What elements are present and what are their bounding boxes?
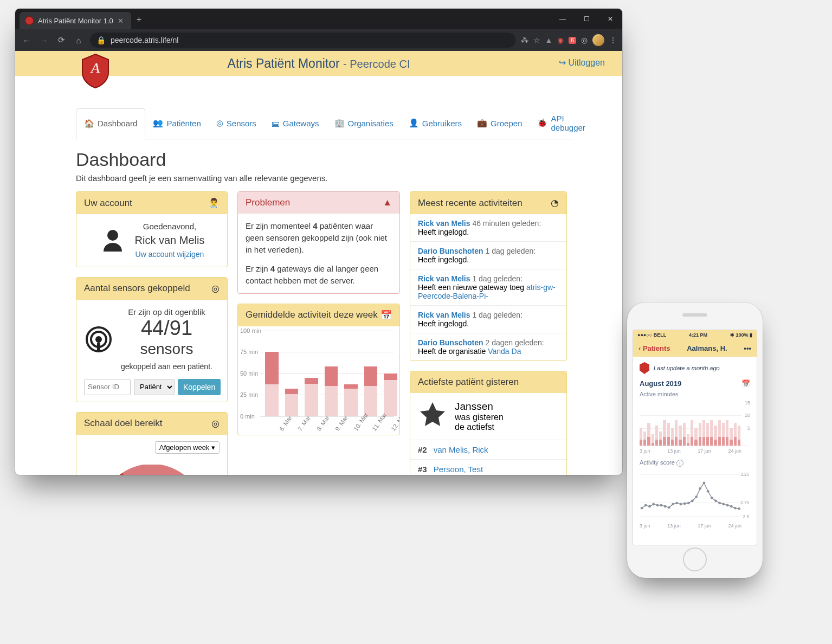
- active-minutes-label: Active minutes: [640, 391, 750, 397]
- close-window-button[interactable]: ✕: [598, 9, 622, 29]
- phone-nav-bar: ‹ Patients Aalmans, H. •••: [633, 339, 757, 357]
- greeting: Goedenavond,: [135, 221, 205, 233]
- tab-favicon: [25, 16, 34, 25]
- koppelen-button[interactable]: Koppelen: [178, 379, 221, 395]
- new-tab-button[interactable]: +: [137, 15, 141, 24]
- doctor-icon: 👨‍⚕️: [208, 197, 220, 209]
- activity-item: Rick van Melis 1 dag geleden:Heeft een n…: [410, 269, 566, 305]
- phone-mockup: ●●●○○ BELL 4:21 PM ✱ 100% ▮ ‹ Patients A…: [627, 302, 763, 578]
- profile-avatar[interactable]: [592, 34, 604, 46]
- rank-top-name: Janssen: [455, 401, 504, 413]
- panel-account: Uw account👨‍⚕️ Goedenavond, Rick van Mel…: [76, 191, 228, 267]
- goal-period-dropdown[interactable]: Afgelopen week ▾: [155, 441, 220, 454]
- calendar-icon[interactable]: 📅: [741, 379, 750, 388]
- browser-tab[interactable]: Atris Patiënt Monitor 1.0 ✕: [20, 12, 131, 29]
- briefcase-icon: 💼: [477, 118, 487, 128]
- tab-title: Atris Patiënt Monitor 1.0: [38, 17, 113, 25]
- app-logo: A: [80, 53, 111, 89]
- svg-point-18: [648, 505, 651, 507]
- maximize-button[interactable]: ☐: [575, 9, 598, 29]
- activity-score-chart: 3.252.752.5: [640, 469, 750, 521]
- rank-item[interactable]: #2van Melis, Rick: [410, 440, 566, 459]
- svg-point-36: [718, 501, 721, 504]
- ext-red-icon[interactable]: ◉: [557, 36, 564, 44]
- svg-point-28: [687, 501, 690, 504]
- svg-point-34: [711, 497, 713, 499]
- phone-back-button[interactable]: ‹ Patients: [638, 344, 670, 352]
- rank-item[interactable]: #3Persoon, Test: [410, 459, 566, 475]
- tab-dashboard[interactable]: 🏠Dashboard: [76, 108, 145, 139]
- svg-point-33: [707, 490, 710, 492]
- panel-goal: Schaal doel bereikt◎ Afgelopen week ▾ Ne…: [76, 412, 228, 475]
- user-icon: 👤: [409, 118, 419, 128]
- svg-point-35: [714, 499, 717, 502]
- phone-more-icon[interactable]: •••: [744, 344, 751, 352]
- url-text: peercode.atris.life/nl: [111, 36, 178, 44]
- svg-point-22: [664, 505, 667, 507]
- clock-icon: ◔: [551, 197, 559, 209]
- tab-strip: Atris Patiënt Monitor 1.0 ✕ + — ☐ ✕: [15, 9, 622, 29]
- svg-point-41: [738, 507, 740, 510]
- avg-activity-chart: 100 min75 min50 min25 min0 min6. Mar7. M…: [238, 326, 399, 435]
- svg-point-40: [734, 506, 737, 509]
- activity-item: Dario Bunschoten 1 dag geleden:Heeft ing…: [410, 241, 566, 269]
- logout-icon: ↪: [559, 58, 566, 67]
- svg-rect-7: [97, 343, 100, 352]
- panel-sensors: Aantal sensors gekoppeld◎ Er zijn op dit…: [76, 277, 228, 402]
- reload-button[interactable]: ⟳: [55, 35, 67, 45]
- user-name: Rick van Melis: [135, 233, 205, 248]
- home-button[interactable]: ⌂: [73, 36, 85, 45]
- svg-text:3.25: 3.25: [740, 472, 749, 477]
- svg-point-26: [680, 503, 682, 505]
- sensors-word: sensors: [121, 338, 212, 360]
- svg-point-24: [672, 503, 674, 505]
- tab-patients[interactable]: 👥Patiënten: [145, 108, 208, 139]
- drive-icon[interactable]: ▲: [545, 36, 553, 44]
- svg-point-37: [723, 503, 725, 505]
- browser-nav-bar: ← → ⟳ ⌂ 🔒 peercode.atris.life/nl ⁂ ☆ ▲ ◉…: [15, 29, 622, 51]
- kebab-menu-icon[interactable]: ⋮: [609, 36, 617, 44]
- header-subtitle: Peercode CI: [350, 58, 410, 70]
- logout-link[interactable]: ↪ Uitloggen: [559, 57, 605, 68]
- panel-avg-activity: Gemiddelde activiteit deze week📅 100 min…: [237, 304, 400, 435]
- svg-point-29: [691, 499, 694, 502]
- info-icon[interactable]: i: [676, 460, 683, 467]
- ext-gray-icon[interactable]: ◎: [581, 36, 588, 44]
- patient-select[interactable]: Patiënt: [134, 379, 175, 395]
- nav-tabs: 🏠Dashboard 👥Patiënten ◎Sensors 🖴Gateways…: [76, 108, 573, 139]
- translate-icon[interactable]: ⁂: [521, 36, 528, 44]
- minimize-button[interactable]: —: [551, 9, 575, 29]
- tab-api-debugger[interactable]: 🐞API debugger: [530, 108, 592, 139]
- tab-close-icon[interactable]: ✕: [118, 17, 124, 25]
- sensors-sub: gekoppeld aan een patiënt.: [121, 362, 212, 371]
- window-controls: — ☐ ✕: [551, 9, 622, 29]
- tab-users[interactable]: 👤Gebruikers: [401, 108, 469, 139]
- svg-point-21: [660, 504, 663, 506]
- phone-status-bar: ●●●○○ BELL 4:21 PM ✱ 100% ▮: [633, 330, 757, 339]
- back-button[interactable]: ←: [21, 36, 33, 45]
- tab-organisations[interactable]: 🏢Organisaties: [327, 108, 401, 139]
- tab-groups[interactable]: 💼Groepen: [469, 108, 530, 139]
- sensors-count: 44/91: [121, 318, 212, 338]
- month-label: August 2019: [640, 379, 681, 388]
- shield-icon: [640, 362, 649, 374]
- svg-point-1: [107, 230, 118, 241]
- address-bar[interactable]: 🔒 peercode.atris.life/nl: [90, 33, 515, 48]
- sensor-id-input[interactable]: [84, 379, 131, 395]
- tab-sensors[interactable]: ◎Sensors: [209, 108, 264, 139]
- ext-badge[interactable]: 6: [569, 37, 576, 44]
- target-icon: ◎: [211, 418, 220, 429]
- forward-button[interactable]: →: [38, 36, 50, 45]
- edit-account-link[interactable]: Uw account wijzigen: [136, 250, 204, 259]
- tab-gateways[interactable]: 🖴Gateways: [264, 108, 327, 139]
- svg-text:2.5: 2.5: [743, 514, 750, 519]
- panel-activities: Meest recente activiteiten◔ Rick van Mel…: [410, 191, 567, 361]
- warning-icon: ▲: [383, 197, 392, 208]
- svg-point-20: [656, 504, 659, 506]
- activity-item: Dario Bunschoten 2 dagen geleden:Heeft d…: [410, 333, 566, 360]
- broadcast-large-icon: [84, 325, 113, 354]
- activity-item: Rick van Melis 46 minuten geleden:Heeft …: [410, 214, 566, 241]
- star-icon[interactable]: ☆: [533, 36, 540, 44]
- star-icon: [418, 401, 447, 430]
- page-title: Dashboard: [76, 149, 573, 170]
